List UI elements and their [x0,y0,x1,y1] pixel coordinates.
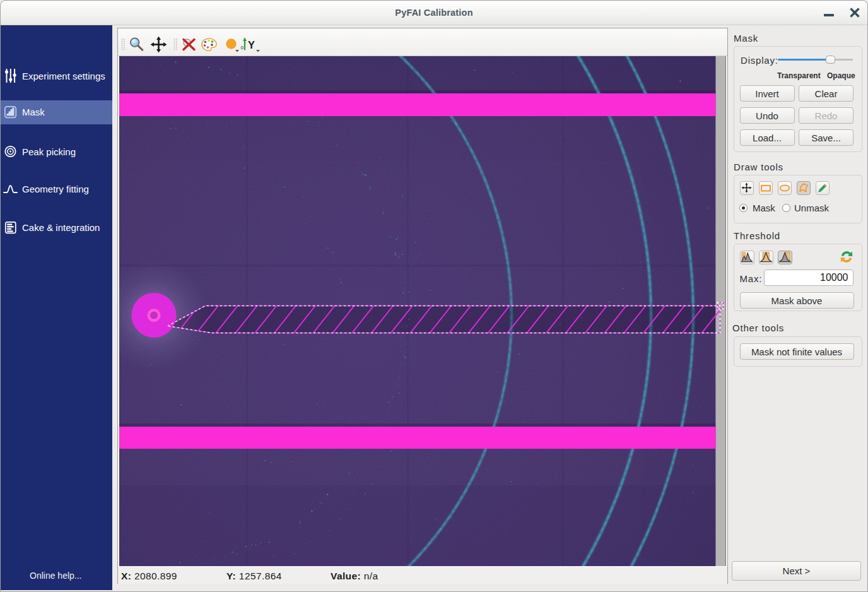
svg-text:Y: Y [248,39,255,50]
svg-text:0: 0 [241,45,244,50]
